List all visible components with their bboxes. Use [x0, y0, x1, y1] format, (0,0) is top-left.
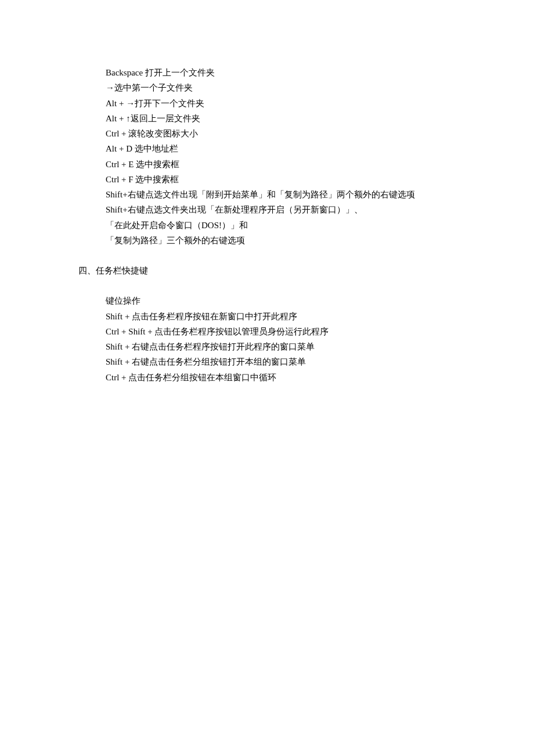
shortcut-line: 键位操作 — [106, 293, 488, 308]
shortcut-list-section-2: 键位操作 Shift + 点击任务栏程序按钮在新窗口中打开此程序 Ctrl + … — [78, 293, 488, 385]
section-heading-taskbar: 四、任务栏快捷键 — [78, 263, 488, 278]
shortcut-line: Backspace 打开上一个文件夹 — [106, 65, 488, 80]
shortcut-line: Ctrl + Shift + 点击任务栏程序按钮以管理员身份运行此程序 — [106, 324, 488, 339]
shortcut-line: Ctrl + 点击任务栏分组按钮在本组窗口中循环 — [106, 370, 488, 385]
shortcut-line: Shift + 右键点击任务栏程序按钮打开此程序的窗口菜单 — [106, 339, 488, 354]
shortcut-line: Ctrl + 滚轮改变图标大小 — [106, 126, 488, 141]
shortcut-line: Alt + →打开下一个文件夹 — [106, 96, 488, 111]
shortcut-line: Shift + 右键点击任务栏分组按钮打开本组的窗口菜单 — [106, 354, 488, 369]
shortcut-list-section-1: Backspace 打开上一个文件夹 →选中第一个子文件夹 Alt + →打开下… — [78, 65, 488, 248]
shortcut-line: Shift+右键点选文件夹出现「在新处理程序开启（另开新窗口）」、 — [106, 202, 488, 217]
shortcut-line: Ctrl + F 选中搜索框 — [106, 172, 488, 187]
shortcut-line: Ctrl + E 选中搜索框 — [106, 157, 488, 172]
shortcut-line: Shift + 点击任务栏程序按钮在新窗口中打开此程序 — [106, 309, 488, 324]
shortcut-line: →选中第一个子文件夹 — [106, 80, 488, 95]
shortcut-line: 「复制为路径」三个额外的右键选项 — [106, 233, 488, 248]
shortcut-line: 「在此处开启命令窗口（DOS!）」和 — [106, 218, 488, 233]
shortcut-line: Alt + ↑返回上一层文件夹 — [106, 111, 488, 126]
shortcut-line: Alt + D 选中地址栏 — [106, 141, 488, 156]
shortcut-line: Shift+右键点选文件出现「附到开始菜单」和「复制为路径」两个额外的右键选项 — [106, 187, 488, 202]
